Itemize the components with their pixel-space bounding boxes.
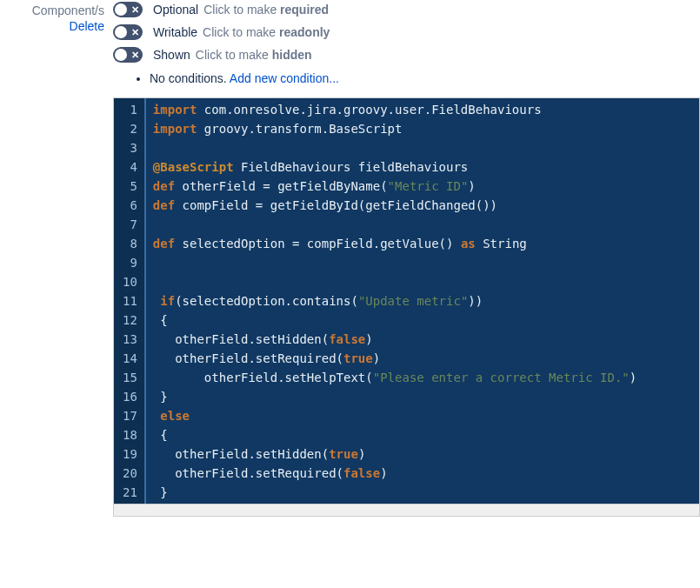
code-line: import groovy.transform.BaseScript (153, 119, 692, 138)
conditions-block: No conditions. Add new condition... (113, 71, 700, 85)
close-icon: ✕ (131, 5, 139, 15)
code-line: } (153, 387, 692, 406)
code-line: { (153, 311, 692, 330)
toggle-hint: Click to make readonly (203, 25, 330, 39)
code-line: { (153, 425, 692, 444)
toggle-switch[interactable]: ✕ (113, 47, 143, 63)
line-number: 8 (123, 234, 137, 253)
toggle-row: ✕WritableClick to make readonly (113, 24, 700, 40)
line-number: 10 (123, 272, 137, 291)
line-number: 4 (123, 157, 137, 177)
toggle-hint: Click to make hidden (196, 48, 312, 62)
line-number: 18 (123, 425, 137, 444)
code-line: else (153, 406, 692, 425)
code-line: otherField.setRequired(true) (153, 349, 692, 368)
code-line (153, 215, 692, 234)
line-number: 6 (123, 196, 137, 215)
close-icon: ✕ (131, 28, 139, 37)
code-line: import com.onresolve.jira.groovy.user.Fi… (153, 100, 692, 119)
field-label: Component/s (32, 3, 104, 17)
toggle-hint: Click to make required (203, 3, 329, 17)
code-line: otherField.setRequired(false) (153, 464, 692, 483)
delete-link[interactable]: Delete (0, 19, 104, 33)
code-line (153, 272, 692, 291)
line-number: 19 (123, 444, 137, 464)
code-line: @BaseScript FieldBehaviours fieldBehavio… (153, 157, 692, 177)
editor-gutter: 123456789101112131415161718192021 (114, 98, 146, 504)
line-number: 3 (123, 138, 137, 157)
code-editor[interactable]: 123456789101112131415161718192021 import… (113, 97, 700, 504)
line-number: 16 (123, 387, 137, 406)
horizontal-scrollbar[interactable] (113, 504, 700, 517)
line-number: 5 (123, 177, 137, 196)
toggle-row: ✕ShownClick to make hidden (113, 47, 700, 63)
line-number: 2 (123, 119, 137, 138)
code-line: otherField.setHidden(true) (153, 444, 692, 464)
line-number: 13 (123, 330, 137, 349)
line-number: 15 (123, 368, 137, 387)
conditions-text: No conditions. (150, 71, 230, 85)
code-line: otherField.setHidden(false) (153, 330, 692, 349)
code-line: otherField.setHelpText("Please enter a c… (153, 368, 692, 387)
code-line: if(selectedOption.contains("Update metri… (153, 291, 692, 311)
close-icon: ✕ (131, 50, 139, 60)
code-line: } (153, 483, 692, 502)
toggle-state-label: Shown (153, 48, 190, 62)
toggle-state-label: Optional (153, 3, 198, 17)
toggle-switch[interactable]: ✕ (113, 24, 143, 40)
line-number: 20 (123, 464, 137, 483)
code-line (153, 138, 692, 157)
line-number: 14 (123, 349, 137, 368)
code-line: def compField = getFieldById(getFieldCha… (153, 196, 692, 215)
line-number: 12 (123, 311, 137, 330)
code-line: def otherField = getFieldByName("Metric … (153, 177, 692, 196)
line-number: 11 (123, 291, 137, 311)
code-line: def selectedOption = compField.getValue(… (153, 234, 692, 253)
editor-code[interactable]: import com.onresolve.jira.groovy.user.Fi… (146, 98, 699, 504)
line-number: 17 (123, 406, 137, 425)
toggle-switch[interactable]: ✕ (113, 2, 143, 17)
line-number: 21 (123, 483, 137, 502)
add-condition-link[interactable]: Add new condition... (230, 71, 339, 85)
toggle-state-label: Writable (153, 25, 197, 39)
toggle-row: ✕OptionalClick to make required (113, 2, 700, 17)
line-number: 9 (123, 253, 137, 272)
code-line (153, 253, 692, 272)
line-number: 1 (123, 100, 137, 119)
line-number: 7 (123, 215, 137, 234)
